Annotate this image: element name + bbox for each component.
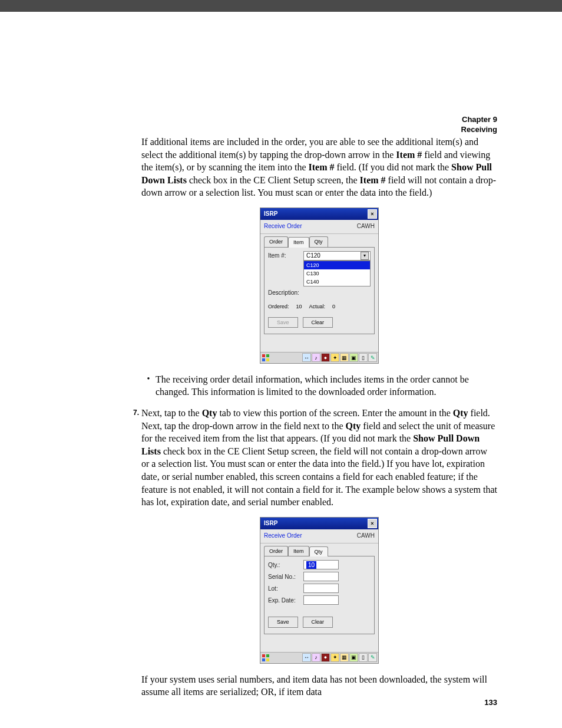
item-number-label: Item #: (268, 252, 303, 260)
bullet-item: • The receiving order detail information… (141, 373, 497, 398)
qty-label: Qty.: (268, 561, 303, 569)
step-text: Next, tap to the Qty tab to view this po… (141, 407, 497, 509)
spacer (260, 338, 378, 352)
content-column: If additional items are included in the … (141, 136, 497, 699)
clear-button[interactable]: Clear (303, 617, 333, 627)
tray-icon[interactable]: ● (321, 353, 330, 362)
start-icon[interactable] (262, 354, 270, 362)
actual-value: 0 (332, 303, 335, 310)
step-number: 7. (125, 407, 139, 419)
tab-pane-item: Item #: C120 ▾ C120 C130 C140 Descriptio… (264, 247, 375, 334)
titlebar: ISRP × (260, 518, 378, 529)
device-window-qty: ISRP × Receive Order CAWH Order Item Qty… (260, 517, 379, 664)
tray-icon[interactable]: ▣ (349, 353, 358, 362)
tab-strip: Order Item Qty (260, 543, 378, 556)
serial-label: Serial No.: (268, 573, 303, 581)
spacer (260, 638, 378, 652)
tab-order[interactable]: Order (264, 546, 288, 556)
description-label: Description: (268, 289, 303, 297)
svg-rect-4 (262, 654, 265, 657)
tab-strip: Order Item Qty (260, 234, 378, 246)
save-button[interactable]: Save (268, 617, 298, 627)
item-number-field[interactable]: C120 ▾ (303, 251, 371, 261)
close-icon[interactable]: × (368, 519, 377, 528)
svg-rect-6 (262, 658, 265, 661)
tray-icon[interactable]: ♪ (312, 353, 320, 362)
tray-icon[interactable]: ▯ (359, 353, 368, 362)
tray-icon[interactable]: ♪ (312, 653, 320, 662)
system-tray: ↔ ♪ ● ✦ ▦ ▣ ▯ ✎ (302, 653, 377, 662)
paragraph-serial-numbers: If your system uses serial numbers, and … (141, 673, 497, 699)
dropdown-option[interactable]: C140 (304, 278, 370, 286)
taskbar: ↔ ♪ ● ✦ ▦ ▣ ▯ ✎ (260, 652, 378, 663)
item-dropdown-list[interactable]: C120 C130 C140 (303, 261, 371, 286)
lot-field[interactable] (303, 584, 339, 593)
page-number: 133 (484, 698, 497, 707)
screen-name: Receive Order (264, 222, 302, 230)
window-title: ISRP (264, 210, 277, 218)
ordered-actual-row: Ordered: 10 Actual: 0 (268, 299, 371, 315)
paragraph-additional-items: If additional items are included in the … (141, 136, 497, 199)
chapter-header: Chapter 9 Receiving (461, 115, 497, 135)
document-page: Chapter 9 Receiving If additional items … (0, 12, 562, 728)
svg-rect-3 (266, 358, 269, 361)
lot-row: Lot: (268, 584, 371, 593)
figure-1-wrap: ISRP × Receive Order CAWH Order Item Qty… (141, 207, 497, 364)
expdate-field[interactable] (303, 595, 339, 605)
item-number-row: Item #: C120 ▾ (268, 251, 371, 261)
window-title: ISRP (264, 519, 277, 528)
tray-icon[interactable]: ▦ (340, 353, 349, 362)
screen-subtitle: Receive Order CAWH (260, 220, 378, 235)
save-button[interactable]: Save (268, 317, 298, 328)
tab-pane-qty: Qty.: 10 Serial No.: Lot: Exp. D (264, 556, 375, 634)
system-tray: ↔ ♪ ● ✦ ▦ ▣ ▯ ✎ (302, 353, 377, 362)
clear-button[interactable]: Clear (303, 317, 333, 328)
tray-icon[interactable]: ● (321, 653, 330, 662)
expdate-label: Exp. Date: (268, 597, 303, 605)
close-icon[interactable]: × (368, 209, 377, 219)
qty-field[interactable]: 10 (303, 560, 339, 569)
taskbar: ↔ ♪ ● ✦ ▦ ▣ ▯ ✎ (260, 352, 378, 363)
tab-qty[interactable]: Qty (309, 236, 328, 246)
pen-icon[interactable]: ✎ (368, 653, 377, 662)
bullet-marker: • (141, 373, 156, 385)
tab-item[interactable]: Item (288, 546, 309, 556)
dropdown-option[interactable]: C120 (304, 261, 370, 269)
chapter-line: Chapter 9 (461, 115, 497, 125)
tray-icon[interactable]: ✦ (330, 353, 339, 362)
start-icon[interactable] (262, 654, 270, 662)
lot-label: Lot: (268, 585, 303, 593)
qty-value: 10 (306, 561, 316, 569)
tray-icon[interactable]: ▦ (340, 653, 349, 662)
bullet-text: The receiving order detail information, … (156, 373, 497, 398)
tray-icon[interactable]: ↔ (302, 653, 311, 662)
figure-2-wrap: ISRP × Receive Order CAWH Order Item Qty… (141, 517, 497, 664)
item-number-value: C120 (306, 252, 320, 260)
tab-qty[interactable]: Qty (309, 546, 328, 556)
ordered-value: 10 (296, 303, 302, 310)
pen-icon[interactable]: ✎ (368, 353, 377, 362)
actual-label: Actual: (309, 303, 326, 310)
chevron-down-icon[interactable]: ▾ (361, 252, 369, 260)
description-row: Description: (268, 289, 371, 297)
tray-icon[interactable]: ▣ (349, 653, 358, 662)
serial-field[interactable] (303, 572, 339, 581)
button-row: Save Clear (268, 614, 371, 627)
tray-icon[interactable]: ▯ (359, 653, 368, 662)
svg-rect-5 (266, 654, 269, 657)
warehouse-code: CAWH (357, 222, 375, 230)
svg-rect-1 (266, 354, 269, 357)
screen-name: Receive Order (264, 532, 302, 540)
device-window-item: ISRP × Receive Order CAWH Order Item Qty… (260, 207, 379, 364)
spacer (268, 607, 371, 614)
ordered-label: Ordered: (268, 303, 289, 310)
tab-order[interactable]: Order (264, 236, 288, 246)
tray-icon[interactable]: ✦ (330, 653, 339, 662)
titlebar: ISRP × (260, 208, 378, 220)
tray-icon[interactable]: ↔ (302, 353, 311, 362)
dropdown-option[interactable]: C130 (304, 269, 370, 278)
serial-row: Serial No.: (268, 572, 371, 581)
chapter-title: Receiving (461, 125, 497, 135)
tab-item[interactable]: Item (288, 237, 309, 247)
screen-subtitle: Receive Order CAWH (260, 529, 378, 544)
